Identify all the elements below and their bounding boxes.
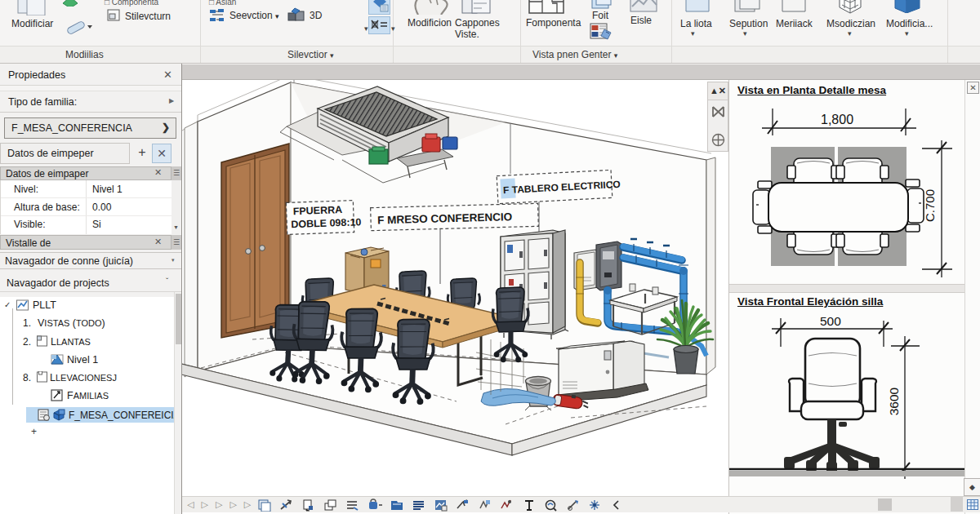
svg-text:1,800: 1,800 [821,113,853,126]
svg-text:500: 500 [820,314,841,328]
svg-text:C.700: C.700 [923,189,937,222]
svg-text:3600: 3600 [887,387,901,415]
svg-text:FPUERRA: FPUERRA [292,204,342,217]
